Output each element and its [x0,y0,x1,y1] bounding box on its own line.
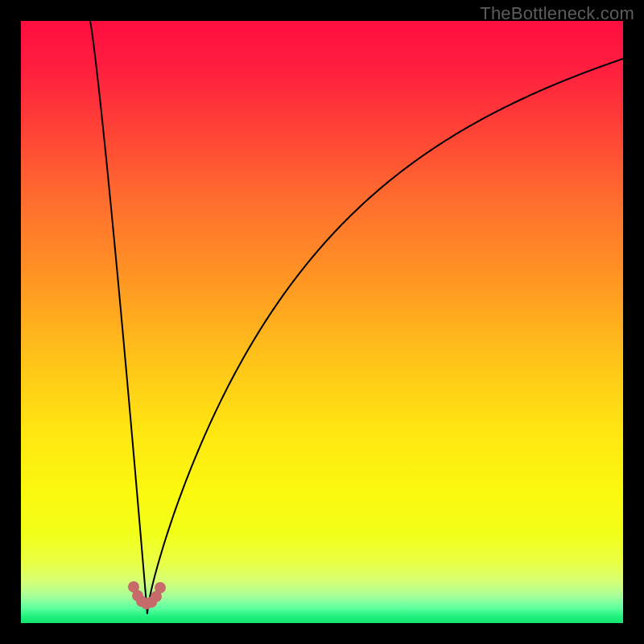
optimal-marker [155,582,166,593]
bottleneck-chart [21,21,623,623]
gradient-background [21,21,623,623]
chart-frame: TheBottleneck.com [0,0,644,644]
watermark-text: TheBottleneck.com [480,3,634,24]
